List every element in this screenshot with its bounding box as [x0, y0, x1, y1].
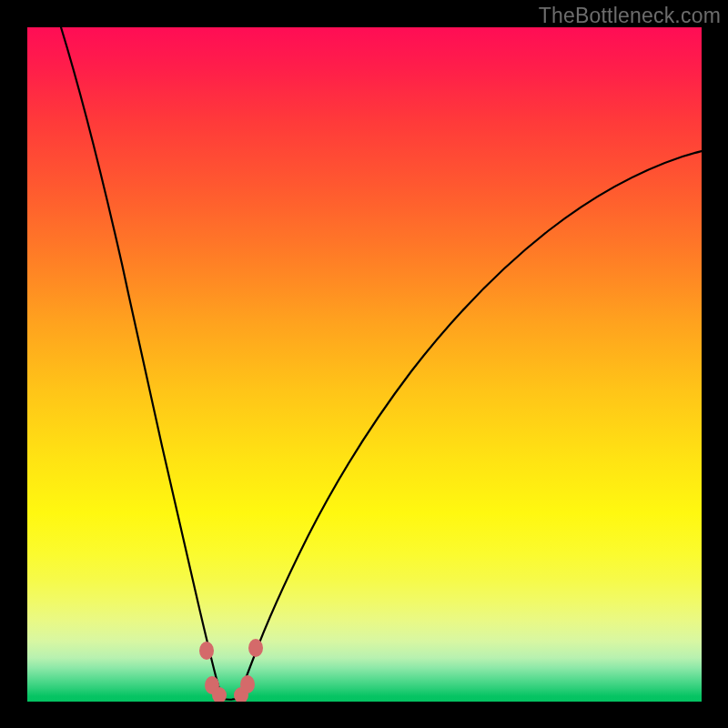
watermark-text: TheBottleneck.com	[539, 4, 721, 28]
curve-right	[238, 151, 702, 699]
plot-area	[27, 27, 702, 702]
chart-frame: TheBottleneck.com	[0, 0, 728, 728]
curve-left	[61, 27, 222, 699]
marker-6	[248, 639, 263, 657]
marker-cluster	[199, 639, 263, 702]
marker-5	[240, 675, 255, 693]
marker-1	[199, 642, 214, 660]
curve-layer	[27, 27, 702, 702]
